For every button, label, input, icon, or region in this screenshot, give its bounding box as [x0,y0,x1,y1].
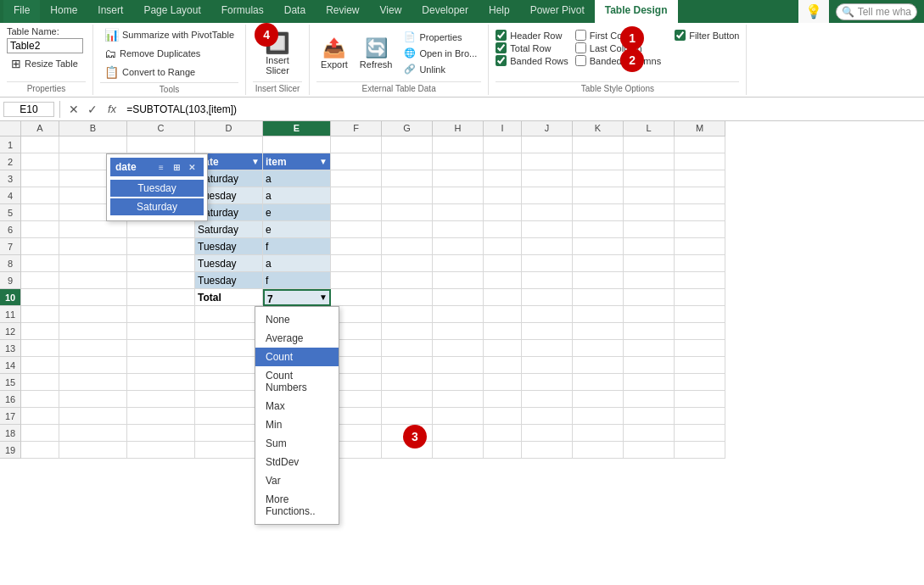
cell-j14[interactable] [522,357,573,374]
cell-l18[interactable] [624,425,675,442]
col-header-a[interactable]: A [21,121,59,136]
cell-k8[interactable] [573,255,624,272]
row-num-12[interactable]: 12 [0,323,21,340]
cell-c12[interactable] [127,323,195,340]
cell-m3[interactable] [675,170,725,187]
dropdown-item-more[interactable]: More Functions.. [255,490,339,521]
cell-i16[interactable] [484,391,522,408]
filter-icon-item[interactable]: ▼ [319,153,328,170]
cell-k15[interactable] [573,374,624,391]
cell-c18[interactable] [127,425,195,442]
cell-i14[interactable] [484,357,522,374]
cell-f3[interactable] [331,170,382,187]
cell-d15[interactable] [195,374,263,391]
cell-m19[interactable] [675,442,725,459]
cell-b12[interactable] [59,323,127,340]
col-header-d[interactable]: D [195,121,263,136]
cell-j7[interactable] [522,238,573,255]
cell-i12[interactable] [484,323,522,340]
cell-m7[interactable] [675,238,725,255]
cell-i2[interactable] [484,153,522,170]
col-header-e[interactable]: E [263,121,331,136]
cell-l17[interactable] [624,408,675,425]
row-num-5[interactable]: 5 [0,204,21,221]
cell-i8[interactable] [484,255,522,272]
cell-g4[interactable] [382,187,433,204]
cell-d11[interactable] [195,306,263,323]
cell-l3[interactable] [624,170,675,187]
cell-j2[interactable] [522,153,573,170]
cell-c1[interactable] [127,136,195,153]
dropdown-item-min[interactable]: Min [255,415,339,434]
cell-e9[interactable]: f [263,272,331,289]
cell-c13[interactable] [127,340,195,357]
formula-input[interactable] [123,103,921,116]
cell-k3[interactable] [573,170,624,187]
cell-g14[interactable] [382,357,433,374]
cell-m6[interactable] [675,221,725,238]
cell-i5[interactable] [484,204,522,221]
cell-c19[interactable] [127,442,195,459]
dropdown-item-count-numbers[interactable]: Count Numbers [255,366,339,397]
convert-to-range-button[interactable]: 📋 Convert to Range [100,64,199,81]
row-num-9[interactable]: 9 [0,272,21,289]
tab-insert[interactable]: Insert [87,0,133,23]
col-header-g[interactable]: G [382,121,433,136]
cell-j15[interactable] [522,374,573,391]
banded-rows-checkbox-item[interactable]: Banded Rows [496,55,568,66]
cell-j1[interactable] [522,136,573,153]
slicer-clear-btn[interactable]: ✕ [185,160,199,174]
cell-h3[interactable] [433,170,484,187]
filter-button-checkbox[interactable] [675,30,686,41]
cell-m13[interactable] [675,340,725,357]
cell-k12[interactable] [573,323,624,340]
cell-k2[interactable] [573,153,624,170]
row-num-11[interactable]: 11 [0,306,21,323]
cell-m4[interactable] [675,187,725,204]
cell-h5[interactable] [433,204,484,221]
cell-e6[interactable]: e [263,221,331,238]
cell-k6[interactable] [573,221,624,238]
col-header-c[interactable]: C [127,121,195,136]
cell-c10[interactable] [127,289,195,306]
cell-a4[interactable] [21,187,59,204]
tab-formulas[interactable]: Formulas [211,0,274,23]
cell-j9[interactable] [522,272,573,289]
banded-rows-checkbox[interactable] [496,55,507,66]
last-column-checkbox[interactable] [575,42,586,53]
row-num-4[interactable]: 4 [0,187,21,204]
cell-l12[interactable] [624,323,675,340]
cell-g18[interactable] [382,425,433,442]
cell-c9[interactable] [127,272,195,289]
row-num-8[interactable]: 8 [0,255,21,272]
cell-a7[interactable] [21,238,59,255]
dropdown-item-stddev[interactable]: StdDev [255,453,339,471]
tab-file[interactable]: File [3,0,40,23]
cell-b16[interactable] [59,391,127,408]
filter-button-checkbox-item[interactable]: Filter Button [675,30,739,41]
cell-d13[interactable] [195,340,263,357]
cell-c16[interactable] [127,391,195,408]
cell-k13[interactable] [573,340,624,357]
col-header-b[interactable]: B [59,121,127,136]
first-column-checkbox[interactable] [575,30,586,41]
export-button[interactable]: 📤 Export [316,35,352,72]
cell-b10[interactable] [59,289,127,306]
row-num-1[interactable]: 1 [0,136,21,153]
cell-l10[interactable] [624,289,675,306]
cell-i7[interactable] [484,238,522,255]
cell-j17[interactable] [522,408,573,425]
dropdown-item-max[interactable]: Max [255,397,339,415]
dropdown-item-count[interactable]: Count [255,348,339,366]
tab-developer[interactable]: Developer [412,0,479,23]
cell-m14[interactable] [675,357,725,374]
cell-m1[interactable] [675,136,725,153]
col-header-j[interactable]: J [522,121,573,136]
row-num-10[interactable]: 10 [0,289,21,306]
cell-l9[interactable] [624,272,675,289]
cell-d18[interactable] [195,425,263,442]
cell-i17[interactable] [484,408,522,425]
cell-f6[interactable] [331,221,382,238]
cell-k4[interactable] [573,187,624,204]
cell-f8[interactable] [331,255,382,272]
